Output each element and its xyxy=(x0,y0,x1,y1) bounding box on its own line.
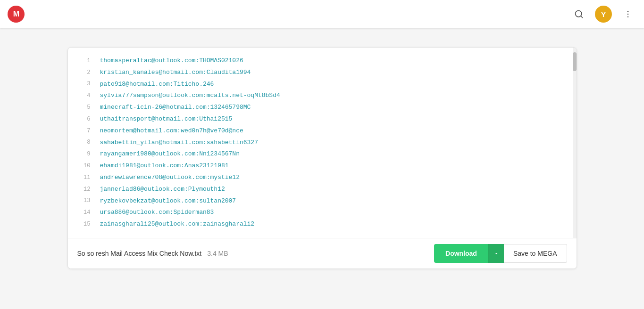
user-initial: Y xyxy=(601,10,606,18)
navbar-left: M xyxy=(8,6,25,23)
line-text: sahabettin_yilan@hotmail.com:sahabettin6… xyxy=(100,138,258,148)
table-row: 1thomasperaltac@outlook.com:THOMAS021026 xyxy=(68,55,577,67)
svg-point-2 xyxy=(627,11,629,12)
table-row: 6uthaitransport@hotmail.com:Uthai2515 xyxy=(68,114,577,125)
file-info: So so resh Mail Access Mix Check Now.txt… xyxy=(77,250,228,257)
line-number: 10 xyxy=(77,162,91,171)
svg-point-3 xyxy=(627,14,629,15)
mega-logo-letter: M xyxy=(13,10,19,18)
line-text: ursa886@outlook.com:Spiderman83 xyxy=(100,208,214,218)
bottom-bar: So so resh Mail Access Mix Check Now.txt… xyxy=(68,238,577,268)
svg-point-4 xyxy=(627,16,629,18)
line-text: uthaitransport@hotmail.com:Uthai2515 xyxy=(100,114,233,124)
table-row: 10ehamdi1981@outlook.com:Anas23121981 xyxy=(68,160,577,172)
line-text: ehamdi1981@outlook.com:Anas23121981 xyxy=(100,161,229,171)
scrollbar-thumb[interactable] xyxy=(573,52,577,71)
file-size: 3.4 MB xyxy=(207,250,228,257)
download-button[interactable]: Download xyxy=(434,244,488,263)
table-row: 2kristian_kanales@hotmail.com:Claudita19… xyxy=(68,67,577,79)
line-text: ryzbekovbekzat@outlook.com:sultan2007 xyxy=(100,196,236,206)
more-menu-icon[interactable] xyxy=(619,6,636,23)
table-row: 14ursa886@outlook.com:Spiderman83 xyxy=(68,207,577,219)
action-buttons: Download Save to MEGA xyxy=(434,244,567,263)
line-number: 1 xyxy=(77,57,91,65)
line-text: andrewlawrence708@outlook.com:mystie12 xyxy=(100,173,240,183)
table-row: 3pato918@hotmail.com:Titicho.246 xyxy=(68,79,577,90)
line-number: 12 xyxy=(77,185,91,194)
line-text: thomasperaltac@outlook.com:THOMAS021026 xyxy=(100,56,243,66)
line-text: sylvia777sampson@outlook.com:mcalts.net-… xyxy=(100,91,280,101)
download-dropdown-button[interactable] xyxy=(488,244,504,263)
line-text: rayangamer1980@outlook.com:Nn1234567Nn xyxy=(100,149,240,159)
line-number: 14 xyxy=(77,208,91,217)
user-avatar[interactable]: Y xyxy=(595,6,612,23)
table-row: 8sahabettin_yilan@hotmail.com:sahabettin… xyxy=(68,137,577,149)
table-row: 15zainasgharali25@outlook.com:zainasghar… xyxy=(68,219,577,230)
line-number: 8 xyxy=(77,138,91,147)
chevron-down-icon xyxy=(493,251,499,256)
line-text: neomortem@hotmail.com:wed0n7h@ve70d@nce xyxy=(100,126,243,136)
line-number: 2 xyxy=(77,68,91,77)
table-row: 13ryzbekovbekzat@outlook.com:sultan2007 xyxy=(68,195,577,207)
file-name: So so resh Mail Access Mix Check Now.txt xyxy=(77,250,202,257)
mega-logo[interactable]: M xyxy=(8,6,25,23)
line-number: 11 xyxy=(77,173,91,182)
line-text: jannerlad86@outlook.com:Plymouth12 xyxy=(100,185,225,195)
line-number: 13 xyxy=(77,196,91,205)
scrollbar-track[interactable] xyxy=(573,48,577,238)
svg-line-1 xyxy=(581,16,583,18)
main-content: 1thomasperaltac@outlook.com:THOMAS021026… xyxy=(0,28,644,288)
table-row: 12jannerlad86@outlook.com:Plymouth12 xyxy=(68,184,577,195)
navbar-right: Y xyxy=(570,6,636,23)
file-panel: 1thomasperaltac@outlook.com:THOMAS021026… xyxy=(67,47,577,269)
line-number: 15 xyxy=(77,220,91,229)
navbar: M Y xyxy=(0,0,644,28)
line-text: zainasgharali25@outlook.com:zainasgharal… xyxy=(100,220,255,229)
line-text: kristian_kanales@hotmail.com:Claudita199… xyxy=(100,68,251,78)
table-row: 7neomortem@hotmail.com:wed0n7h@ve70d@nce xyxy=(68,125,577,137)
line-number: 6 xyxy=(77,115,91,124)
line-number: 5 xyxy=(77,103,91,112)
table-row: 11andrewlawrence708@outlook.com:mystie12 xyxy=(68,172,577,184)
table-row: 9rayangamer1980@outlook.com:Nn1234567Nn xyxy=(68,148,577,160)
text-content: 1thomasperaltac@outlook.com:THOMAS021026… xyxy=(68,48,577,238)
line-text: minecraft-icin-26@hotmail.com:132465798M… xyxy=(100,103,251,113)
line-number: 3 xyxy=(77,80,91,89)
line-number: 9 xyxy=(77,150,91,159)
lines-container: 1thomasperaltac@outlook.com:THOMAS021026… xyxy=(68,55,577,230)
line-number: 4 xyxy=(77,91,91,100)
line-text: pato918@hotmail.com:Titicho.246 xyxy=(100,80,214,89)
line-number: 7 xyxy=(77,127,91,136)
table-row: 4sylvia777sampson@outlook.com:mcalts.net… xyxy=(68,90,577,102)
search-icon[interactable] xyxy=(570,6,587,23)
table-row: 5minecraft-icin-26@hotmail.com:132465798… xyxy=(68,102,577,114)
save-to-mega-button[interactable]: Save to MEGA xyxy=(504,244,567,263)
